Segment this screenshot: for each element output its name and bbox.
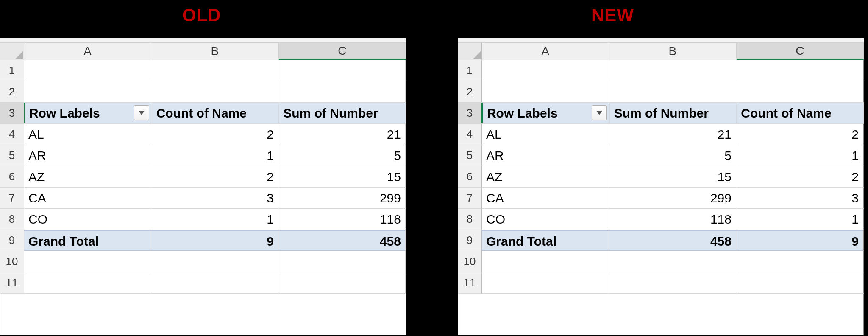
col-header-A[interactable]: A xyxy=(24,43,151,60)
col-header-B[interactable]: B xyxy=(151,43,278,60)
cell[interactable] xyxy=(736,60,863,81)
grand-total-c[interactable]: 458 xyxy=(278,230,406,251)
row-header[interactable]: 10 xyxy=(0,251,24,272)
cell[interactable]: 21 xyxy=(609,124,736,145)
cell[interactable]: 5 xyxy=(278,145,406,166)
cell[interactable]: 3 xyxy=(736,188,863,208)
cell[interactable]: 21 xyxy=(278,124,406,145)
cell[interactable]: 1 xyxy=(736,209,863,230)
cell[interactable]: AZ xyxy=(482,166,609,187)
row-header[interactable]: 8 xyxy=(458,209,482,230)
cell[interactable] xyxy=(736,251,863,272)
filter-dropdown-button[interactable] xyxy=(134,105,149,120)
grand-total-b[interactable]: 458 xyxy=(609,230,736,251)
grand-total-b[interactable]: 9 xyxy=(151,230,278,251)
cell[interactable] xyxy=(278,81,406,102)
row-header[interactable]: 1 xyxy=(458,60,482,81)
cell[interactable] xyxy=(151,272,278,293)
cell[interactable] xyxy=(736,272,863,293)
cell[interactable] xyxy=(736,81,863,102)
cell[interactable]: 2 xyxy=(151,124,278,145)
pivot-col-b-header[interactable]: Count of Name xyxy=(152,103,279,123)
cell[interactable] xyxy=(151,81,278,102)
cell[interactable] xyxy=(482,251,609,272)
grand-total-label[interactable]: Grand Total xyxy=(24,230,151,251)
cell[interactable]: CO xyxy=(482,209,609,230)
row-header[interactable]: 1 xyxy=(0,60,24,81)
filter-dropdown-button[interactable] xyxy=(592,105,607,120)
pivot-col-c-header[interactable]: Sum of Number xyxy=(279,103,406,123)
cell[interactable] xyxy=(609,272,736,293)
cell[interactable] xyxy=(24,81,151,102)
grand-total-label[interactable]: Grand Total xyxy=(482,230,609,251)
row-header[interactable]: 11 xyxy=(458,272,482,293)
row-header[interactable]: 5 xyxy=(458,145,482,166)
col-header-A[interactable]: A xyxy=(482,43,609,60)
cell[interactable]: 118 xyxy=(609,209,736,230)
row-header[interactable]: 5 xyxy=(0,145,24,166)
cell[interactable]: 15 xyxy=(609,166,736,187)
cell[interactable]: 1 xyxy=(736,145,863,166)
select-all-corner[interactable] xyxy=(458,43,482,60)
row-header[interactable]: 4 xyxy=(0,124,24,145)
col-header-C[interactable]: C xyxy=(279,43,406,60)
cell[interactable] xyxy=(278,251,406,272)
svg-marker-3 xyxy=(596,111,602,115)
cell[interactable] xyxy=(609,81,736,102)
row-header[interactable]: 3 xyxy=(458,103,483,123)
cell[interactable]: CA xyxy=(24,188,151,208)
cell[interactable] xyxy=(278,272,406,293)
col-header-B[interactable]: B xyxy=(609,43,736,60)
grand-total-c[interactable]: 9 xyxy=(736,230,863,251)
row-header[interactable]: 3 xyxy=(0,103,25,123)
cell[interactable]: 1 xyxy=(151,145,278,166)
row-header[interactable]: 9 xyxy=(458,230,482,251)
row-header[interactable]: 2 xyxy=(0,81,24,102)
cell[interactable]: 5 xyxy=(609,145,736,166)
row-header[interactable]: 9 xyxy=(0,230,24,251)
cell[interactable]: AR xyxy=(24,145,151,166)
cell[interactable] xyxy=(482,60,609,81)
cell[interactable]: 3 xyxy=(151,188,278,208)
cell[interactable]: AL xyxy=(482,124,609,145)
cell[interactable] xyxy=(151,251,278,272)
row-header[interactable]: 10 xyxy=(458,251,482,272)
cell[interactable]: AR xyxy=(482,145,609,166)
cell[interactable] xyxy=(609,60,736,81)
cell[interactable]: 299 xyxy=(278,188,406,208)
cell[interactable] xyxy=(278,60,406,81)
row-header[interactable]: 7 xyxy=(0,188,24,208)
cell[interactable]: CO xyxy=(24,209,151,230)
cell[interactable]: 2 xyxy=(151,166,278,187)
cell[interactable] xyxy=(24,60,151,81)
pivot-rowlabels-header[interactable]: Row Labels xyxy=(25,103,152,123)
cell[interactable]: 15 xyxy=(278,166,406,187)
row-header[interactable]: 6 xyxy=(0,166,24,187)
cell[interactable]: 2 xyxy=(736,124,863,145)
cell[interactable]: 2 xyxy=(736,166,863,187)
col-header-C[interactable]: C xyxy=(737,43,864,60)
row-header[interactable]: 8 xyxy=(0,209,24,230)
cell[interactable]: CA xyxy=(482,188,609,208)
column-headers: A B C xyxy=(0,43,406,60)
cell[interactable] xyxy=(151,60,278,81)
cell[interactable] xyxy=(24,272,151,293)
row-header[interactable]: 6 xyxy=(458,166,482,187)
select-all-corner[interactable] xyxy=(0,43,24,60)
row-header[interactable]: 7 xyxy=(458,188,482,208)
cell[interactable] xyxy=(609,251,736,272)
cell[interactable]: 118 xyxy=(278,209,406,230)
cell[interactable]: 299 xyxy=(609,188,736,208)
pivot-col-c-header[interactable]: Count of Name xyxy=(737,103,864,123)
pivot-rowlabels-header[interactable]: Row Labels xyxy=(483,103,610,123)
row-header[interactable]: 2 xyxy=(458,81,482,102)
cell[interactable]: AZ xyxy=(24,166,151,187)
cell[interactable] xyxy=(482,272,609,293)
cell[interactable] xyxy=(482,81,609,102)
cell[interactable]: AL xyxy=(24,124,151,145)
row-header[interactable]: 4 xyxy=(458,124,482,145)
row-header[interactable]: 11 xyxy=(0,272,24,293)
cell[interactable]: 1 xyxy=(151,209,278,230)
cell[interactable] xyxy=(24,251,151,272)
pivot-col-b-header[interactable]: Sum of Number xyxy=(610,103,737,123)
